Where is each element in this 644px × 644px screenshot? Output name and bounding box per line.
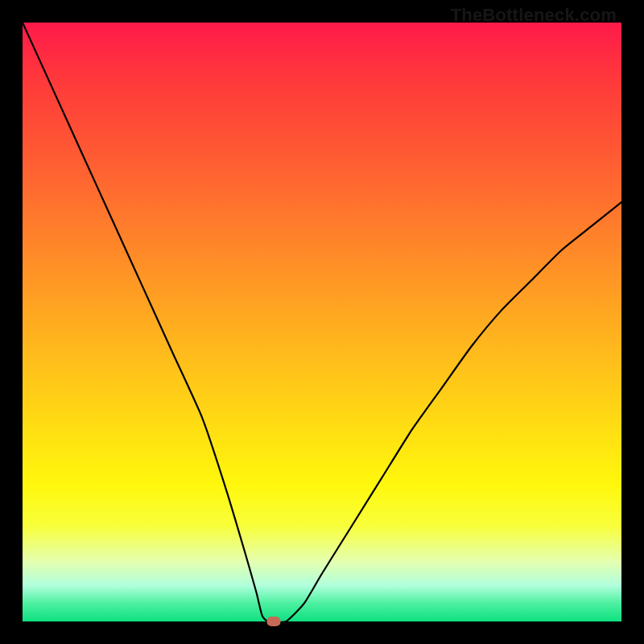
chart-frame: TheBottleneck.com [0, 0, 644, 644]
curve-svg [23, 23, 621, 621]
bottleneck-curve-path [23, 23, 621, 622]
plot-area [23, 23, 621, 621]
optimal-point-marker [267, 617, 281, 626]
